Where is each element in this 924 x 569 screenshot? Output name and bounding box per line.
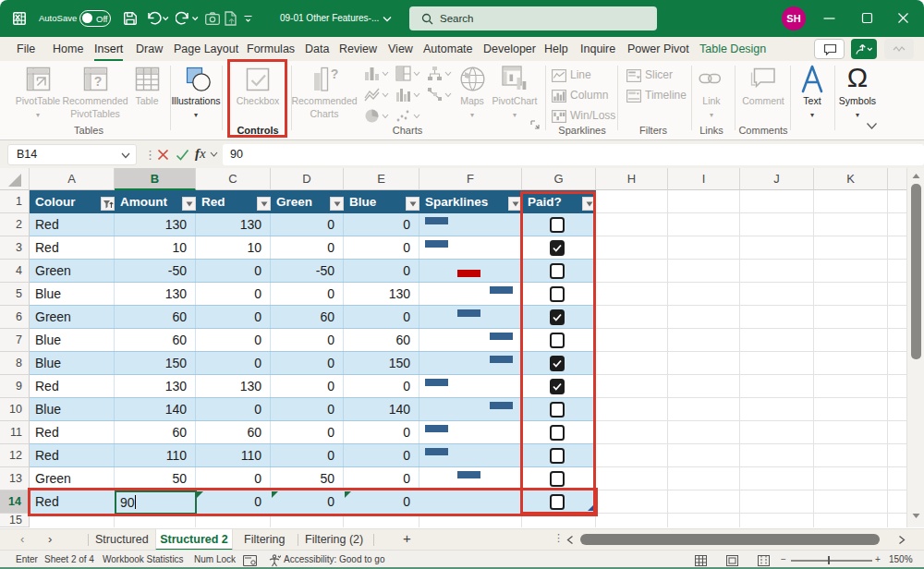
svg-text:?: ? — [94, 74, 103, 89]
svg-text:?: ? — [331, 67, 339, 81]
